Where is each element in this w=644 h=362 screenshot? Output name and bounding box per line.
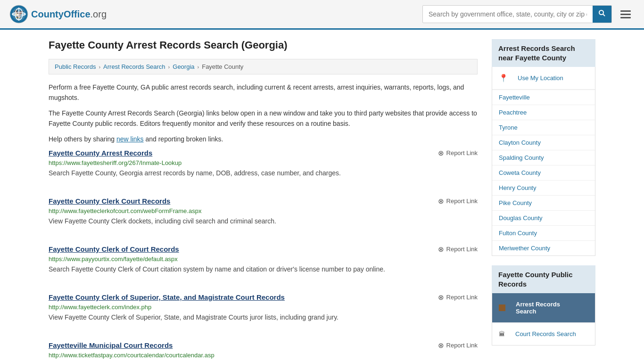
sidebar-item-tyrone[interactable]: Tyrone — [492, 120, 595, 135]
record-header-4: Fayetteville Municipal Court Records ⊗ R… — [49, 341, 478, 350]
report-label-0: Report Link — [446, 149, 478, 156]
record-item-0: Fayette County Arrest Records ⊗ Report L… — [49, 149, 478, 186]
record-url-2[interactable]: https://www.payyourtix.com/fayette/defau… — [49, 255, 478, 263]
sidebar-public-records-list: Arrest Records Search 🏛 Court Records Se… — [492, 293, 595, 346]
sidebar-use-location[interactable]: 📍 Use My Location — [492, 67, 595, 90]
search-input[interactable] — [423, 7, 593, 22]
report-icon-4: ⊗ — [438, 341, 444, 350]
main-container: Fayette County Arrest Records Search (Ge… — [39, 30, 605, 362]
breadcrumb-georgia[interactable]: Georgia — [173, 63, 194, 70]
intro-paragraph-3: Help others by sharing new links and rep… — [49, 134, 478, 144]
page-title: Fayette County Arrest Records Search (Ge… — [49, 39, 478, 51]
breadcrumb-sep-3: › — [198, 64, 199, 70]
breadcrumb-public-records[interactable]: Public Records — [55, 63, 96, 70]
intro-paragraph-1: Perform a free Fayette County, GA public… — [49, 82, 478, 103]
report-link-0[interactable]: ⊗ Report Link — [438, 149, 478, 157]
sidebar-item-fayetteville[interactable]: Fayetteville — [492, 90, 595, 105]
intro-paragraph-2: The Fayette County Arrest Records Search… — [49, 108, 478, 129]
report-icon-3: ⊗ — [438, 293, 444, 302]
sidebar-public-records-header: Fayette County Public Records — [492, 265, 595, 293]
report-icon-0: ⊗ — [438, 149, 444, 157]
report-label-1: Report Link — [446, 197, 478, 205]
record-header-1: Fayette County Clerk Court Records ⊗ Rep… — [49, 197, 478, 206]
report-label-3: Report Link — [446, 294, 478, 301]
records-container: Fayette County Arrest Records ⊗ Report L… — [49, 149, 478, 362]
logo-text: CountyOffice.org — [31, 9, 107, 20]
content-area: Fayette County Arrest Records Search (Ge… — [49, 39, 478, 362]
record-item-1: Fayette County Clerk Court Records ⊗ Rep… — [49, 197, 478, 234]
arrest-records-link[interactable]: Arrest Records Search — [509, 297, 588, 319]
logo-area: 🦅 CountyOffice.org — [9, 5, 107, 24]
record-desc-2: Search Fayette County Clerk of Court cit… — [49, 264, 478, 274]
sidebar-public-records-section: Fayette County Public Records Arrest Rec… — [492, 265, 595, 346]
sidebar-item-spalding[interactable]: Spalding County — [492, 150, 595, 165]
svg-line-8 — [603, 14, 605, 16]
search-bar — [422, 5, 612, 23]
report-icon-1: ⊗ — [438, 197, 444, 206]
court-records-icon: 🏛 — [499, 330, 505, 337]
sidebar-item-fulton[interactable]: Fulton County — [492, 226, 595, 241]
record-title-2[interactable]: Fayette County Clerk of Court Records — [49, 245, 179, 253]
sidebar-item-arrest-records-active[interactable]: Arrest Records Search — [492, 293, 595, 323]
breadcrumb-arrest-records[interactable]: Arrest Records Search — [103, 63, 165, 70]
breadcrumb-sep-1: › — [99, 64, 100, 70]
report-link-1[interactable]: ⊗ Report Link — [438, 197, 478, 206]
record-header-0: Fayette County Arrest Records ⊗ Report L… — [49, 149, 478, 157]
new-links-link[interactable]: new links — [116, 135, 144, 143]
record-url-1[interactable]: http://www.fayetteclerkofcourt.com/webFo… — [49, 207, 478, 214]
sidebar-nearby-list: 📍 Use My Location Fayetteville Peachtree… — [492, 67, 595, 256]
sidebar-item-peachtree[interactable]: Peachtree — [492, 105, 595, 120]
record-header-3: Fayette County Clerk of Superior, State,… — [49, 293, 478, 302]
record-desc-3: View Fayette County Clerk of Superior, S… — [49, 313, 478, 322]
report-label-4: Report Link — [446, 342, 478, 349]
record-item-2: Fayette County Clerk of Court Records ⊗ … — [49, 245, 478, 282]
sidebar-item-coweta[interactable]: Coweta County — [492, 165, 595, 181]
sidebar-item-meriwether[interactable]: Meriwether County — [492, 241, 595, 255]
record-url-3[interactable]: http://www.fayetteclerk.com/index.php — [49, 304, 478, 311]
report-label-2: Report Link — [446, 246, 478, 253]
use-my-location-link[interactable]: Use My Location — [511, 71, 570, 85]
record-item-4: Fayetteville Municipal Court Records ⊗ R… — [49, 341, 478, 362]
search-button[interactable] — [593, 6, 611, 23]
arrest-records-icon — [499, 304, 505, 311]
report-link-3[interactable]: ⊗ Report Link — [438, 293, 478, 302]
record-title-3[interactable]: Fayette County Clerk of Superior, State,… — [49, 293, 285, 301]
breadcrumb-fayette: Fayette County — [202, 63, 243, 70]
svg-point-7 — [599, 10, 603, 15]
record-header-2: Fayette County Clerk of Court Records ⊗ … — [49, 245, 478, 254]
breadcrumb-sep-2: › — [168, 64, 170, 70]
court-records-link[interactable]: Court Records Search — [509, 327, 583, 341]
header-right — [422, 5, 635, 23]
sidebar-item-clayton[interactable]: Clayton County — [492, 135, 595, 150]
report-link-4[interactable]: ⊗ Report Link — [438, 341, 478, 350]
sidebar-item-pike[interactable]: Pike County — [492, 196, 595, 211]
logo-icon: 🦅 — [9, 5, 28, 24]
site-header: 🦅 CountyOffice.org — [0, 0, 644, 30]
sidebar-item-douglas[interactable]: Douglas County — [492, 211, 595, 226]
record-title-1[interactable]: Fayette County Clerk Court Records — [49, 197, 170, 205]
breadcrumb: Public Records › Arrest Records Search ›… — [49, 59, 478, 74]
sidebar-nearby-header: Arrest Records Search near Fayette Count… — [492, 39, 595, 67]
sidebar-item-court-records[interactable]: 🏛 Court Records Search — [492, 323, 595, 345]
record-title-4[interactable]: Fayetteville Municipal Court Records — [49, 341, 173, 349]
record-url-0[interactable]: https://www.fayettesheriff.org/267/Inmat… — [49, 159, 478, 166]
sidebar-item-henry[interactable]: Henry County — [492, 181, 595, 196]
menu-button[interactable] — [617, 8, 635, 20]
sidebar: Arrest Records Search near Fayette Count… — [492, 39, 595, 362]
sidebar-nearby-section: Arrest Records Search near Fayette Count… — [492, 39, 595, 256]
location-icon: 📍 — [499, 74, 508, 82]
record-url-4[interactable]: http://www.ticketfastpay.com/courtcalend… — [49, 352, 478, 359]
record-title-0[interactable]: Fayette County Arrest Records — [49, 149, 152, 157]
report-icon-2: ⊗ — [438, 245, 444, 254]
record-item-3: Fayette County Clerk of Superior, State,… — [49, 293, 478, 330]
report-link-2[interactable]: ⊗ Report Link — [438, 245, 478, 254]
record-desc-1: View Fayette County Clerk dockets, inclu… — [49, 216, 478, 226]
record-desc-0: Search Fayette County, Georgia arrest re… — [49, 168, 478, 178]
